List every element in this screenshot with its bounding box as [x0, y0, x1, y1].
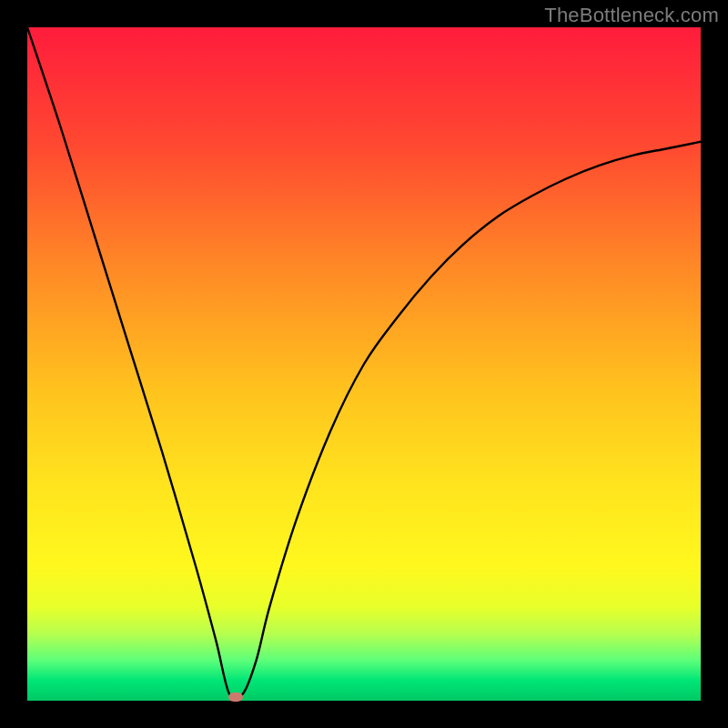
- chart-plot-area: [27, 27, 701, 701]
- minimum-marker: [228, 693, 243, 702]
- watermark-label: TheBottleneck.com: [544, 4, 719, 27]
- bottleneck-curve: [27, 27, 701, 701]
- chart-stage: TheBottleneck.com: [0, 0, 728, 728]
